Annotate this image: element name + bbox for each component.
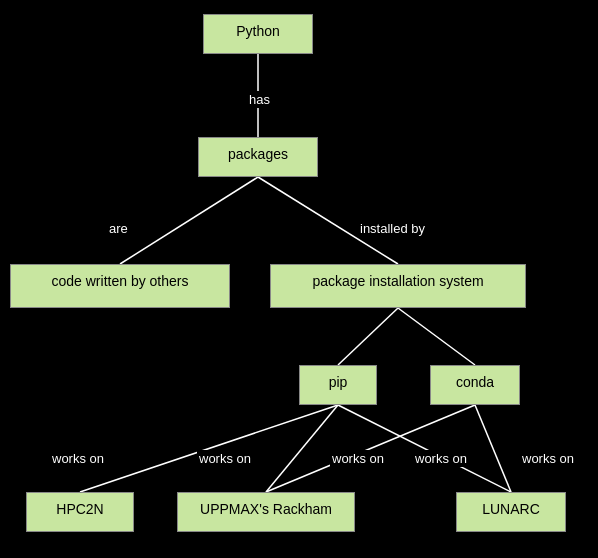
svg-line-1 xyxy=(120,177,258,264)
svg-line-8 xyxy=(266,405,475,492)
works-on-2-label: works on xyxy=(197,450,253,467)
pip-label: pip xyxy=(329,374,348,390)
svg-line-4 xyxy=(398,308,475,365)
python-label: Python xyxy=(236,23,280,39)
svg-line-6 xyxy=(266,405,338,492)
svg-line-7 xyxy=(338,405,511,492)
svg-line-5 xyxy=(80,405,338,492)
code-written-label: code written by others xyxy=(52,273,189,289)
hpc2n-node: HPC2N xyxy=(26,492,134,532)
works-on-1-label: works on xyxy=(50,450,106,467)
lunarc-label: LUNARC xyxy=(482,501,540,517)
conda-label: conda xyxy=(456,374,494,390)
are-label: are xyxy=(107,220,130,237)
python-node: Python xyxy=(203,14,313,54)
uppmax-label: UPPMAX's Rackham xyxy=(200,501,332,517)
packages-label: packages xyxy=(228,146,288,162)
packages-node: packages xyxy=(198,137,318,177)
works-on-5-label: works on xyxy=(520,450,576,467)
lunarc-node: LUNARC xyxy=(456,492,566,532)
code-written-node: code written by others xyxy=(10,264,230,308)
works-on-4-label: works on xyxy=(413,450,469,467)
pip-node: pip xyxy=(299,365,377,405)
has-label: has xyxy=(247,91,272,108)
hpc2n-label: HPC2N xyxy=(56,501,103,517)
uppmax-node: UPPMAX's Rackham xyxy=(177,492,355,532)
svg-line-3 xyxy=(338,308,398,365)
conda-node: conda xyxy=(430,365,520,405)
svg-line-9 xyxy=(475,405,511,492)
works-on-3-label: works on xyxy=(330,450,386,467)
package-install-label: package installation system xyxy=(312,273,483,289)
package-install-node: package installation system xyxy=(270,264,526,308)
installed-by-label: installed by xyxy=(358,220,427,237)
